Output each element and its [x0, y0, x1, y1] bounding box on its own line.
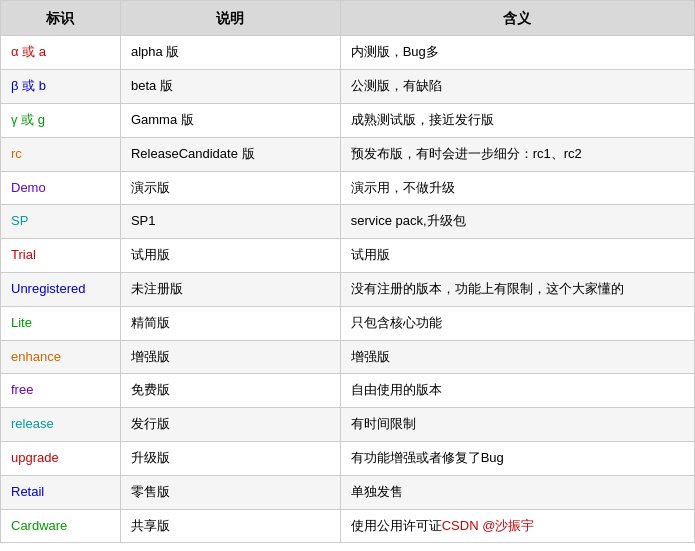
table-row: SPSP1service pack,升级包 [1, 205, 695, 239]
header-label: 标识 [1, 1, 121, 36]
row-label: enhance [1, 340, 121, 374]
table-row: Trial试用版试用版 [1, 239, 695, 273]
row-desc: 演示版 [120, 171, 340, 205]
row-desc: beta 版 [120, 70, 340, 104]
header-meaning: 含义 [340, 1, 694, 36]
row-desc: 增强版 [120, 340, 340, 374]
row-label: free [1, 374, 121, 408]
row-desc: 免费版 [120, 374, 340, 408]
table-row: Demo演示版演示用，不做升级 [1, 171, 695, 205]
row-desc: 零售版 [120, 475, 340, 509]
row-meaning: 内测版，Bug多 [340, 36, 694, 70]
row-label: γ 或 g [1, 103, 121, 137]
row-desc: alpha 版 [120, 36, 340, 70]
row-label: Demo [1, 171, 121, 205]
row-label: Cardware [1, 509, 121, 543]
header-desc: 说明 [120, 1, 340, 36]
row-meaning: 自由使用的版本 [340, 374, 694, 408]
row-meaning: 单独发售 [340, 475, 694, 509]
row-desc: 精简版 [120, 306, 340, 340]
row-meaning: 没有注册的版本，功能上有限制，这个大家懂的 [340, 272, 694, 306]
table-header-row: 标识 说明 含义 [1, 1, 695, 36]
table-row: free免费版自由使用的版本 [1, 374, 695, 408]
csdn-tag: CSDN @沙振宇 [442, 518, 535, 533]
row-label: β 或 b [1, 70, 121, 104]
row-label: Lite [1, 306, 121, 340]
row-label: Retail [1, 475, 121, 509]
row-desc: 试用版 [120, 239, 340, 273]
table-row: Retail零售版单独发售 [1, 475, 695, 509]
table-row: γ 或 gGamma 版成熟测试版，接近发行版 [1, 103, 695, 137]
row-meaning: 只包含核心功能 [340, 306, 694, 340]
table-row: β 或 bbeta 版公测版，有缺陷 [1, 70, 695, 104]
row-label: rc [1, 137, 121, 171]
table-row: Unregistered未注册版没有注册的版本，功能上有限制，这个大家懂的 [1, 272, 695, 306]
row-desc: 未注册版 [120, 272, 340, 306]
row-meaning: 演示用，不做升级 [340, 171, 694, 205]
row-meaning: 增强版 [340, 340, 694, 374]
table-row: Lite精简版只包含核心功能 [1, 306, 695, 340]
row-meaning: 有功能增强或者修复了Bug [340, 441, 694, 475]
row-meaning: 公测版，有缺陷 [340, 70, 694, 104]
row-label: release [1, 408, 121, 442]
row-desc: 共享版 [120, 509, 340, 543]
row-meaning: 使用公用许可证CSDN @沙振宇 [340, 509, 694, 543]
version-table: 标识 说明 含义 α 或 aalpha 版内测版，Bug多β 或 bbeta 版… [0, 0, 695, 543]
row-meaning: 预发布版，有时会进一步细分：rc1、rc2 [340, 137, 694, 171]
table-row: Cardware共享版使用公用许可证CSDN @沙振宇 [1, 509, 695, 543]
row-label: α 或 a [1, 36, 121, 70]
row-label: Unregistered [1, 272, 121, 306]
row-desc: 升级版 [120, 441, 340, 475]
table-row: α 或 aalpha 版内测版，Bug多 [1, 36, 695, 70]
row-desc: Gamma 版 [120, 103, 340, 137]
table-row: release发行版有时间限制 [1, 408, 695, 442]
row-meaning: service pack,升级包 [340, 205, 694, 239]
row-label: upgrade [1, 441, 121, 475]
row-meaning: 有时间限制 [340, 408, 694, 442]
row-label: SP [1, 205, 121, 239]
row-meaning: 成熟测试版，接近发行版 [340, 103, 694, 137]
row-meaning: 试用版 [340, 239, 694, 273]
table-row: rcReleaseCandidate 版预发布版，有时会进一步细分：rc1、rc… [1, 137, 695, 171]
table-row: enhance增强版增强版 [1, 340, 695, 374]
row-desc: ReleaseCandidate 版 [120, 137, 340, 171]
row-desc: 发行版 [120, 408, 340, 442]
row-desc: SP1 [120, 205, 340, 239]
table-row: upgrade升级版有功能增强或者修复了Bug [1, 441, 695, 475]
row-label: Trial [1, 239, 121, 273]
